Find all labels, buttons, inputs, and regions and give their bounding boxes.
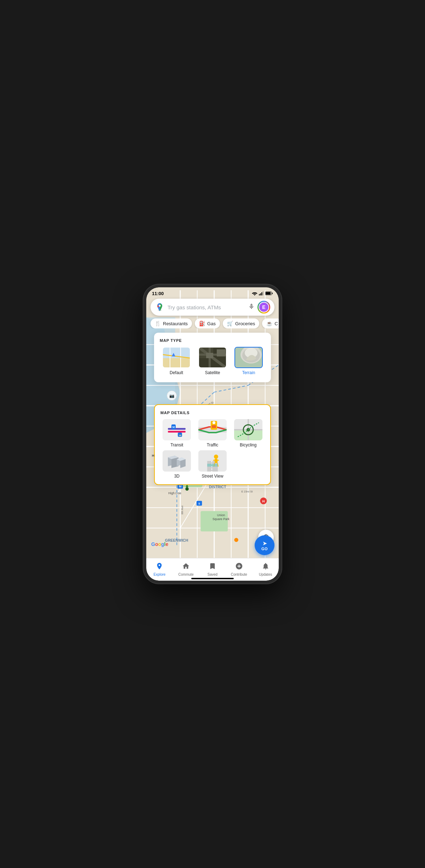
map-type-satellite-label: Satellite [205,370,220,375]
mic-icon[interactable] [248,303,255,311]
transit-thumb-svg: M 🚌 [163,419,191,440]
nav-commute[interactable]: Commute [173,560,199,576]
svg-rect-102 [168,431,186,433]
google-maps-logo [155,302,165,312]
svg-rect-84 [163,358,191,368]
map-type-terrain-thumb [234,347,263,368]
filter-groceries[interactable]: 🛒 Groceries [223,319,259,328]
svg-rect-130 [215,459,217,463]
map-type-default-label: Default [170,370,183,375]
svg-rect-6 [272,293,273,294]
nav-updates[interactable]: Updates [252,560,279,576]
svg-text:Union: Union [217,513,225,517]
streetview-label: Street View [202,474,223,479]
svg-rect-5 [266,292,271,294]
svg-point-82 [159,305,161,307]
svg-rect-94 [206,353,213,358]
svg-text:H: H [262,499,265,503]
go-button[interactable]: ➤ GO [255,535,274,555]
svg-rect-0 [259,294,260,295]
search-bar[interactable]: Try gas stations, ATMs E [151,299,274,316]
svg-text:High Line: High Line [168,491,181,495]
streetview-thumb [198,450,227,472]
svg-text:Square Park: Square Park [212,517,230,521]
bicycling-thumb [234,419,262,440]
nav-saved[interactable]: Saved [199,560,226,576]
satellite-thumb-svg [199,348,227,368]
google-logo: Google [151,541,168,547]
filter-coffee-label: C [274,321,278,326]
svg-point-80 [234,538,238,542]
updates-icon [262,562,270,572]
traffic-label: Traffic [207,443,219,447]
status-icons [252,291,273,295]
contribute-label: Contribute [231,573,247,576]
map-type-panel: MAP TYPE Default [154,333,271,382]
explore-label: Explore [153,573,165,576]
nav-contribute[interactable]: Contribute [226,560,252,576]
map-detail-transit[interactable]: M 🚌 Transit [160,419,193,447]
svg-point-129 [214,455,218,459]
svg-text:M: M [179,485,181,488]
coffee-icon: ☕ [266,321,272,326]
map-type-satellite[interactable]: Satellite [196,347,229,375]
signal-icon [259,291,264,295]
svg-text:8th Ave: 8th Ave [181,506,184,514]
svg-text:DISTRICT: DISTRICT [209,485,226,489]
svg-text:GREENWICH: GREENWICH [165,538,188,542]
bicycling-label: Bicycling [240,443,256,447]
map-details-title: MAP DETAILS [160,411,265,415]
svg-text:M: M [172,425,175,429]
contribute-icon [235,562,243,572]
3d-thumb [163,450,191,472]
status-time: 11:00 [152,291,164,296]
map-details-grid: M 🚌 Transit [160,419,265,479]
svg-text:S: S [198,502,200,505]
bottom-nav: Explore Commute Saved [146,558,279,581]
phone-screen: 11:00 [146,287,279,581]
search-placeholder: Try gas stations, ATMs [168,304,248,310]
explore-icon [155,562,163,572]
svg-point-110 [212,421,215,424]
svg-rect-2 [261,292,262,295]
traffic-thumb-svg [198,419,227,440]
avatar[interactable]: E [257,301,270,314]
saved-label: Saved [208,573,217,576]
map-detail-traffic[interactable]: Traffic [196,419,229,447]
filter-coffee[interactable]: ☕ C [262,319,279,328]
svg-rect-1 [260,293,261,295]
map-detail-bicycling[interactable]: Bicycling [232,419,265,447]
transit-label: Transit [170,443,183,447]
go-arrow-icon: ➤ [262,540,267,547]
transit-thumb: M 🚌 [163,419,191,440]
terrain-thumb-svg [235,348,263,368]
home-indicator [191,578,234,579]
gas-icon: ⛽ [199,321,205,326]
filter-gas[interactable]: ⛽ Gas [195,319,220,328]
bicycling-thumb-svg [234,419,262,440]
restaurant-icon: 🍴 [155,321,161,326]
map-type-terrain[interactable]: Terrain [232,347,265,375]
avatar-letter: E [259,302,269,312]
nav-explore[interactable]: Explore [146,560,173,576]
filter-groceries-label: Groceries [235,321,255,326]
map-type-row: Default Sa [160,347,265,375]
quick-filters: 🍴 Restaurants ⛽ Gas 🛒 Groceries ☕ C [146,319,279,328]
map-type-default[interactable]: Default [160,347,193,375]
svg-rect-3 [263,291,264,295]
commute-icon [182,562,190,572]
commute-label: Commute [178,573,194,576]
map-type-terrain-label: Terrain [242,370,255,375]
map-type-default-thumb [162,347,191,368]
wifi-icon [252,291,257,295]
map-detail-streetview[interactable]: Street View [196,450,229,479]
svg-point-68 [185,487,189,491]
streetview-thumb-svg [198,450,227,472]
filter-restaurants[interactable]: 🍴 Restaurants [151,319,192,328]
svg-rect-101 [168,428,186,430]
map-detail-3d[interactable]: 3D [160,450,193,479]
traffic-thumb [198,419,227,440]
phone-frame: 11:00 [143,284,282,584]
filter-restaurants-label: Restaurants [163,321,188,326]
saved-icon [209,562,216,572]
